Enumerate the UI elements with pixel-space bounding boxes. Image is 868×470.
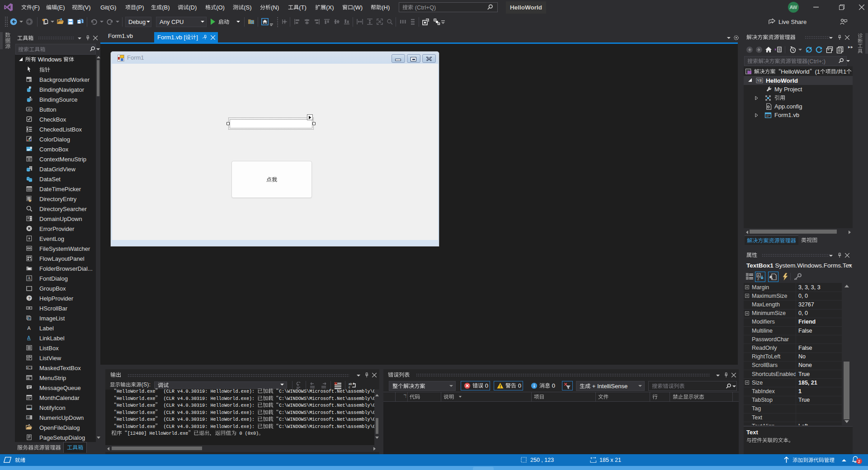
svg-text:?: ? <box>28 296 30 301</box>
svg-text:VB: VB <box>757 79 762 83</box>
svg-text:ab: ab <box>349 382 352 385</box>
svg-text:A: A <box>28 276 31 281</box>
svg-text:#,): #,) <box>27 367 32 370</box>
svg-text:A: A <box>27 335 30 340</box>
svg-text:A: A <box>27 325 31 331</box>
svg-text:Z: Z <box>757 277 759 281</box>
svg-text:A: A <box>757 274 760 277</box>
svg-text:ab: ab <box>28 108 31 111</box>
svg-text:12: 12 <box>27 416 30 419</box>
